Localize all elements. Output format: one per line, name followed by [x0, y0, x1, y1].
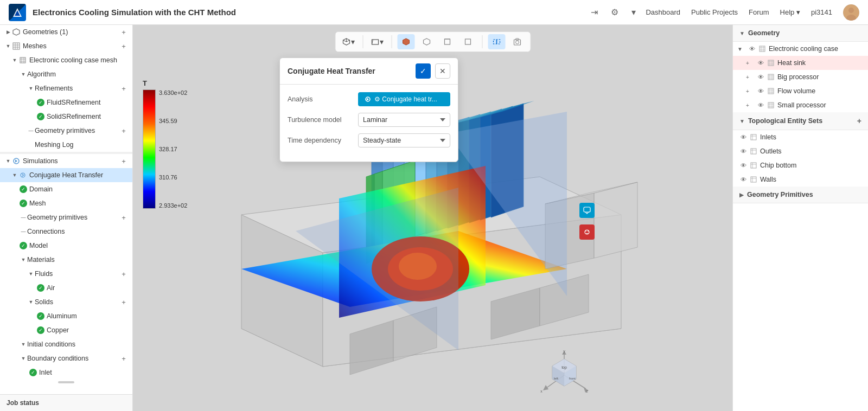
rp-outlets[interactable]: 👁 Outlets	[733, 144, 868, 158]
fp-confirm-btn[interactable]: ✓	[416, 63, 431, 79]
tree-initial-cond[interactable]: ▼ Initial conditions	[0, 337, 132, 351]
chip-bottom-eye-icon[interactable]: 👁	[739, 161, 748, 170]
fp-title: Conjugate Heat Transfer	[288, 67, 411, 75]
wireframe-top-btn[interactable]	[438, 34, 456, 49]
rp-chip-bottom[interactable]: 👁 Chip bottom	[733, 158, 868, 172]
analysis-btn[interactable]: ⚙ Conjugate heat tr...	[358, 92, 450, 106]
wireframe-front-btn[interactable]	[418, 34, 435, 49]
sims-add-btn[interactable]: +	[119, 157, 128, 165]
solid-view-btn[interactable]	[397, 34, 414, 49]
meshes-add-btn[interactable]: +	[119, 42, 128, 50]
tree-boundary-cond[interactable]: ▼ Boundary conditions +	[0, 351, 132, 365]
flow-vol-expand-icon: +	[746, 88, 755, 94]
gps-label: Geometry primitives	[27, 214, 119, 221]
screenshot-btn[interactable]	[508, 34, 526, 49]
tree-inlet[interactable]: ✓ Inlet	[0, 365, 132, 380]
turbulence-control: Laminar	[358, 113, 450, 127]
chat-btn[interactable]	[579, 203, 595, 218]
tree-geo-prim-sim[interactable]: — Geometry primitives +	[0, 210, 132, 224]
tree-solids[interactable]: ▼ Solids +	[0, 295, 132, 309]
geo-add-btn[interactable]: +	[119, 28, 128, 36]
nav-help[interactable]: Help ▾	[780, 8, 800, 16]
rp-ec-case[interactable]: ▼ 👁 Electronic cooling case	[733, 42, 868, 56]
tree-geo-prim-mesh[interactable]: — Geometry primitives +	[0, 124, 132, 138]
tree-air[interactable]: ✓ Air	[0, 281, 132, 295]
settings-icon[interactable]: ⚙	[608, 5, 622, 20]
tree-mesh-sim[interactable]: ✓ Mesh	[0, 196, 132, 210]
cube-view-btn[interactable]: ▾	[340, 34, 357, 49]
air-label: Air	[47, 284, 128, 292]
tree-domain[interactable]: ✓ Domain	[0, 182, 132, 196]
gpm-add-btn[interactable]: +	[119, 126, 128, 135]
heat-sink-eye-icon[interactable]: 👁	[756, 59, 765, 67]
ref-add-btn[interactable]: +	[119, 84, 128, 93]
tree-materials[interactable]: ▼ Materials	[0, 253, 132, 267]
wireframe-side-btn[interactable]	[459, 34, 476, 49]
walls-eye-icon[interactable]: 👁	[739, 175, 748, 184]
aluminum-label: Aluminum	[47, 312, 128, 320]
geo-prim-section-toggle-icon: ▶	[739, 192, 744, 198]
settings-dropdown-icon[interactable]: ▾	[628, 5, 639, 20]
fp-close-btn[interactable]: ✕	[435, 63, 450, 79]
tree-ecm[interactable]: ▼ Electronic cooling case mesh	[0, 53, 132, 67]
tree-aluminum[interactable]: ✓ Aluminum	[0, 309, 132, 323]
nav-forum[interactable]: Forum	[749, 8, 769, 16]
rp-geo-prim-label: Geometry Primitives	[747, 191, 813, 198]
rp-topo-header[interactable]: ▼ Topological Entity Sets +	[733, 112, 868, 130]
rp-heat-sink[interactable]: + 👁 Heat sink	[733, 56, 868, 70]
nav-dashboard[interactable]: Dashboard	[646, 8, 680, 16]
nav-public-projects[interactable]: Public Projects	[691, 8, 738, 16]
fl-add-btn[interactable]: +	[119, 269, 128, 278]
rp-geometry-header[interactable]: ▼ Geometry	[733, 25, 868, 42]
big-proc-eye-icon[interactable]: 👁	[756, 73, 765, 81]
fluids-ref-check-icon: ✓	[37, 99, 44, 106]
svg-text:y: y	[563, 349, 565, 354]
tree-meshing-log[interactable]: ▶ Meshing Log	[0, 138, 132, 152]
topo-add-btn[interactable]: +	[857, 117, 861, 125]
tree-fluids-ref[interactable]: ✓ FluidSRefinement	[0, 95, 132, 110]
perspective-btn[interactable]: ▾	[368, 34, 386, 49]
rp-small-proc[interactable]: + 👁 Small processor	[733, 98, 868, 112]
rp-inlets[interactable]: 👁 Inlets	[733, 130, 868, 144]
flow-vol-mesh-icon	[767, 87, 775, 95]
rp-walls[interactable]: 👁 Walls	[733, 172, 868, 187]
tree-cht[interactable]: ▼ Conjugate Heat Transfer	[0, 168, 132, 182]
tree-fluids[interactable]: ▼ Fluids +	[0, 267, 132, 281]
job-status-footer[interactable]: Job status	[0, 394, 132, 411]
tree-simulations[interactable]: ▼ Simulations +	[0, 154, 132, 168]
small-proc-eye-icon[interactable]: 👁	[756, 101, 765, 110]
rp-flow-vol[interactable]: + 👁 Flow volume	[733, 84, 868, 98]
user-avatar[interactable]	[843, 4, 859, 21]
svg-point-81	[515, 41, 519, 44]
sol-add-btn[interactable]: +	[119, 298, 128, 306]
time-dep-select[interactable]: Steady-state	[358, 133, 450, 147]
tree-meshes[interactable]: ▼ Meshes +	[0, 39, 132, 53]
bc-label: Boundary conditions	[27, 355, 119, 362]
tree-algorithm[interactable]: ▼ Algorithm	[0, 67, 132, 81]
rp-big-proc[interactable]: + 👁 Big processor	[733, 70, 868, 84]
outlets-eye-icon[interactable]: 👁	[739, 147, 748, 156]
bug-btn[interactable]	[579, 224, 595, 240]
inlets-eye-icon[interactable]: 👁	[739, 133, 748, 142]
flow-vol-eye-icon[interactable]: 👁	[756, 87, 765, 95]
bc-add-btn[interactable]: +	[119, 354, 128, 363]
tree-model[interactable]: ✓ Model	[0, 239, 132, 253]
tree-refinements[interactable]: ▼ Refinements +	[0, 81, 132, 95]
cht-toggle-icon: ▼	[11, 171, 18, 179]
fp-header: Conjugate Heat Transfer ✓ ✕	[280, 58, 458, 85]
cube-navigator[interactable]: top left front y z x	[537, 348, 591, 402]
outlets-mesh-icon	[749, 147, 758, 156]
gps-add-btn[interactable]: +	[119, 213, 128, 222]
turbulence-select[interactable]: Laminar	[358, 113, 450, 127]
tree-connections[interactable]: — Connections	[0, 224, 132, 239]
tree-copper[interactable]: ✓ Copper	[0, 323, 132, 337]
nav-username[interactable]: pi3141	[811, 8, 832, 16]
share-icon[interactable]: ⇥	[588, 5, 601, 20]
section-btn[interactable]	[488, 34, 505, 49]
svg-text:front: front	[569, 377, 576, 380]
tree-solids-ref[interactable]: ✓ SolidSRefinement	[0, 110, 132, 124]
tree-geometries[interactable]: ▶ Geometries (1) +	[0, 25, 132, 39]
svg-marker-72	[403, 38, 409, 45]
rp-geo-prim-header[interactable]: ▶ Geometry Primitives	[733, 187, 868, 203]
ec-case-eye-icon[interactable]: 👁	[748, 44, 756, 53]
